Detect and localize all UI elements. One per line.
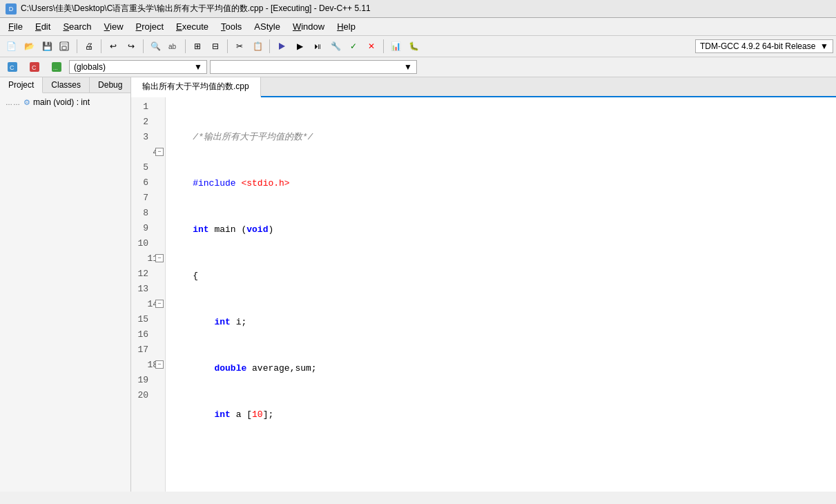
menu-window[interactable]: Window [287,19,330,34]
function-dropdown[interactable]: ▼ [210,60,417,74]
replace-button[interactable]: ab [165,38,182,55]
ln-12: 12 [131,266,165,281]
tab-debug[interactable]: Debug [90,77,131,93]
new-button[interactable]: 📄 [3,38,19,55]
code-line-8 [166,454,836,469]
rebuild-button[interactable]: 🔧 [327,38,344,55]
code-line-2: #include <stdio.h> [166,176,836,191]
code-view[interactable]: 1 2 3 4 − 5 6 7 8 9 10 11 − 12 13 [131,97,836,492]
compile-button[interactable] [273,38,290,55]
svg-text:C: C [10,64,14,71]
code-text-7c: a [ [231,407,252,423]
compiler-label: TDM-GCC 4.9.2 64-bit Release [700,41,817,51]
ln-17: 17 [131,342,165,357]
sep1 [77,39,77,53]
ln-8: 8 [131,205,165,220]
ln-6: 6 [131,175,165,190]
svg-text:ab: ab [168,43,177,50]
ln-15: 15 [131,311,165,327]
code-text-6b: double [214,361,246,376]
stop-button[interactable]: ✕ [363,38,380,55]
tree-main-item[interactable]: …… ⚙ main (void) : int [3,96,128,108]
ln-7: 7 [131,190,165,205]
profile-button[interactable]: 📊 [387,38,404,55]
menu-project[interactable]: Project [130,19,169,34]
find-button[interactable]: 🔍 [147,38,164,55]
compiler-selector[interactable]: TDM-GCC 4.9.2 64-bit Release ▼ [695,39,833,53]
ln-4: 4 − [131,144,165,159]
editor-tabs: 输出所有大于平均值的数.cpp [131,77,836,97]
toolbar1: 📄 📂 💾 🖨 ↩ ↪ 🔍 ab ⊞ ⊟ ✂ 📋 ▶ ⏯ 🔧 ✓ ✕ 📊 🐛 T… [0,36,836,57]
tab-classes[interactable]: Classes [43,77,90,93]
ln-14: 14 − [131,296,165,311]
code-text-7b: int [214,407,230,423]
code-text-5c: i; [231,315,246,330]
compile-run-button[interactable]: ⏯ [309,38,326,55]
menu-help[interactable]: Help [331,19,361,34]
app-icon: D [6,3,17,14]
save-all-button[interactable] [57,38,73,55]
toolbar2: C C ... (globals) ▼ ▼ [0,57,836,77]
svg-text:...: ... [53,65,58,71]
check-button[interactable]: ✓ [345,38,362,55]
svg-rect-1 [61,42,67,45]
ln-19: 19 [131,372,165,387]
run-button[interactable]: ▶ [291,38,308,55]
code-line-7: int a [10]; [166,407,836,423]
menu-view[interactable]: View [99,19,129,34]
code-text-7d: 10 [252,407,263,423]
fold-icon-4[interactable]: − [155,148,164,156]
editor-tab-main[interactable]: 输出所有大于平均值的数.cpp [131,77,261,97]
sep7 [383,39,384,53]
code-text-1: /*输出所有大于平均值的数*/ [171,130,313,145]
globals-dropdown-icon[interactable]: ▼ [194,62,202,72]
tb2-btn3[interactable]: ... [47,59,66,75]
fold-icon-11[interactable]: − [155,254,164,262]
print-button[interactable]: 🖨 [81,38,97,55]
code-text-6c: average,sum; [246,361,316,376]
open-button[interactable]: 📂 [21,38,37,55]
code-text-3b: int [193,222,208,238]
code-line-5: int i; [166,315,836,330]
fold-icon-18[interactable]: − [155,360,164,369]
debug-button[interactable]: 🐛 [405,38,422,55]
redo-button[interactable]: ↪ [123,38,139,55]
code-text-4: { [171,269,198,284]
save-button[interactable]: 💾 [39,38,55,55]
editor-area: 输出所有大于平均值的数.cpp 1 2 3 4 − 5 6 7 8 9 10 1… [131,77,836,492]
globals-dropdown[interactable]: (globals) ▼ [69,60,207,74]
sep4 [185,39,186,53]
menu-file[interactable]: File [3,19,28,34]
sep3 [143,39,144,53]
unindent-button[interactable]: ⊟ [207,38,224,55]
code-text-3c: main ( [209,222,247,238]
menu-tools[interactable]: Tools [215,19,247,34]
code-text-7a [171,407,214,423]
code-text-7e: ]; [263,407,274,423]
menu-astyle[interactable]: AStyle [249,19,286,34]
menu-execute[interactable]: Execute [171,19,214,34]
menu-edit[interactable]: Edit [30,19,56,34]
menu-search[interactable]: Search [57,19,97,34]
code-line-1: /*输出所有大于平均值的数*/ [166,130,836,145]
cut-button[interactable]: ✂ [231,38,248,55]
code-text-2a [171,176,193,191]
indent-button[interactable]: ⊞ [189,38,206,55]
copy-button[interactable]: 📋 [249,38,266,55]
svg-text:C: C [32,64,37,71]
svg-rect-2 [62,46,66,50]
code-content[interactable]: /*输出所有大于平均值的数*/ #include <stdio.h> int m… [166,97,836,492]
compiler-dropdown-icon[interactable]: ▼ [820,41,828,51]
ln-9: 9 [131,220,165,235]
title-bar: D C:\Users\佳美\Desktop\C语言重头学\输出所有大于平均值的数… [0,0,836,18]
ln-3: 3 [131,129,165,144]
function-dropdown-icon[interactable]: ▼ [404,62,412,72]
undo-button[interactable]: ↩ [105,38,121,55]
sep5 [227,39,228,53]
ln-20: 20 [131,387,165,403]
ln-11: 11 − [131,251,165,266]
tb2-btn1[interactable]: C [3,59,22,75]
tb2-btn2[interactable]: C [25,59,44,75]
tab-project[interactable]: Project [0,77,43,93]
code-text-5a [171,315,214,330]
